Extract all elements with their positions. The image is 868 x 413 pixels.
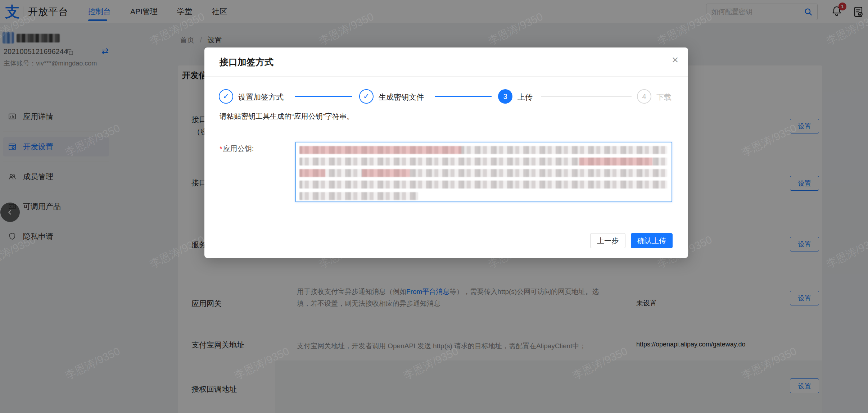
redacted-key-line <box>299 169 667 177</box>
step-1-circle: ✓ <box>219 89 233 104</box>
step-connector <box>435 96 492 97</box>
step-1-label: 设置加签方式 <box>238 92 284 102</box>
signing-method-modal: 接口加签方式 × ✓ 设置加签方式 ✓ 生成密钥文件 3 上传 4 下载 请粘贴… <box>204 47 688 258</box>
redaction-tint <box>362 169 410 177</box>
step-4-circle: 4 <box>637 89 651 104</box>
public-key-field-label: *应用公钥: <box>220 144 254 154</box>
step-connector <box>541 96 632 97</box>
field-label-text: 应用公钥: <box>223 145 254 153</box>
redaction-tint <box>299 169 325 177</box>
redacted-key-line <box>299 146 667 154</box>
required-mark: * <box>220 145 222 153</box>
redacted-key-line <box>299 158 667 165</box>
close-icon[interactable]: × <box>667 52 683 68</box>
step-2-circle: ✓ <box>359 89 374 104</box>
modal-title: 接口加签方式 <box>220 56 273 68</box>
back-button[interactable]: 上一步 <box>590 233 625 248</box>
public-key-textarea[interactable] <box>295 142 672 202</box>
step-connector <box>295 96 352 97</box>
step-3-circle: 3 <box>498 89 512 104</box>
redaction-tint <box>579 158 652 165</box>
modal-instruction: 请粘贴密钥工具生成的“应用公钥”字符串。 <box>220 112 354 121</box>
step-4-label: 下载 <box>656 92 672 102</box>
confirm-upload-button[interactable]: 确认上传 <box>631 233 673 248</box>
redaction-tint <box>299 146 461 154</box>
modal-divider <box>204 76 688 77</box>
redacted-key-line <box>299 181 667 189</box>
redacted-key-line <box>299 192 418 200</box>
step-3-label: 上传 <box>517 92 533 102</box>
step-2-label: 生成密钥文件 <box>379 92 424 102</box>
